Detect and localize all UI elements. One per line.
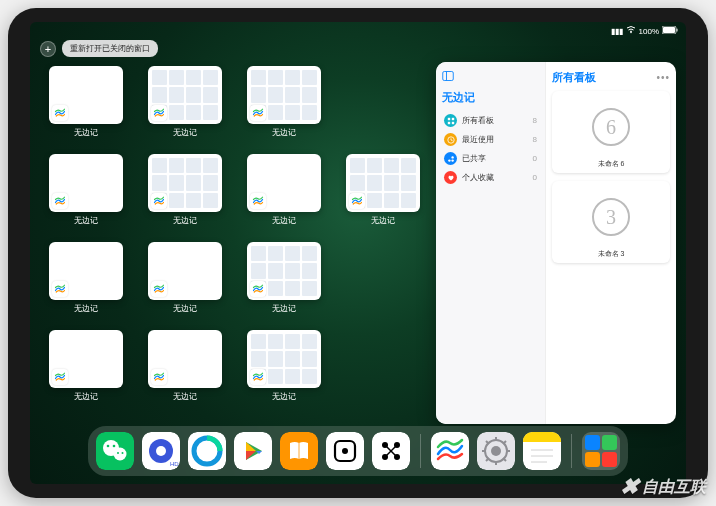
sidebar-toggle-icon[interactable]	[442, 70, 539, 82]
freeform-icon	[250, 369, 266, 385]
window-thumbnail[interactable]: 无边记	[238, 66, 329, 148]
svg-point-23	[117, 452, 119, 454]
window-thumbnail-label: 无边记	[74, 127, 98, 138]
sidebar-item-label: 最近使用	[462, 134, 494, 145]
freeform-icon	[151, 281, 167, 297]
window-thumbnail[interactable]: 无边记	[238, 330, 329, 412]
battery-icon	[662, 26, 678, 36]
add-window-button[interactable]: +	[40, 41, 56, 57]
sidebar-item-count: 0	[533, 173, 537, 182]
dock-app-quark[interactable]: HD	[142, 432, 180, 470]
board-preview: 6	[562, 97, 661, 157]
svg-rect-9	[451, 121, 453, 123]
window-thumbnail[interactable]: 无边记	[139, 66, 230, 148]
svg-point-24	[122, 452, 124, 454]
screen: ▮▮▮ 100% + 重新打开已关闭的窗口 无边记无边记无边记无边记无边记无边记…	[30, 22, 686, 484]
board-card[interactable]: 3未命名 3	[552, 181, 670, 263]
svg-point-0	[630, 32, 632, 34]
window-thumbnail[interactable]: 无边记	[139, 154, 230, 236]
window-thumbnail-preview	[247, 66, 321, 124]
freeform-icon	[151, 105, 167, 121]
top-controls: + 重新打开已关闭的窗口	[40, 40, 158, 57]
freeform-icon	[250, 193, 266, 209]
svg-text:3: 3	[606, 206, 616, 228]
window-thumbnail-label: 无边记	[371, 215, 395, 226]
freeform-sidebar: 无边记 所有看板8最近使用8已共享0个人收藏0	[436, 62, 546, 424]
window-thumbnail-preview	[247, 330, 321, 388]
dock-app-notes[interactable]	[523, 432, 561, 470]
status-bar: ▮▮▮ 100%	[30, 22, 686, 38]
svg-text:HD: HD	[170, 461, 179, 467]
board-preview: 3	[562, 187, 661, 247]
window-thumbnail[interactable]: 无边记	[40, 330, 131, 412]
grid-icon	[444, 114, 457, 127]
reopen-closed-window-button[interactable]: 重新打开已关闭的窗口	[62, 40, 158, 57]
freeform-boards-panel: 所有看板 ••• 6未命名 63未命名 3	[546, 62, 676, 424]
dock-separator	[420, 434, 421, 468]
board-name: 未命名 6	[598, 159, 625, 169]
window-thumbnail[interactable]: 无边记	[238, 154, 329, 236]
window-thumbnail[interactable]: 无边记	[40, 154, 131, 236]
board-card[interactable]: 6未命名 6	[552, 91, 670, 173]
window-thumbnail-label: 无边记	[173, 391, 197, 402]
svg-point-22	[113, 445, 116, 448]
dock-app-freeform[interactable]	[431, 432, 469, 470]
sidebar-item-share[interactable]: 已共享0	[442, 149, 539, 168]
dock-app-settings[interactable]	[477, 432, 515, 470]
svg-point-21	[107, 445, 110, 448]
window-thumbnail[interactable]: 无边记	[139, 242, 230, 324]
sidebar-item-grid[interactable]: 所有看板8	[442, 111, 539, 130]
window-thumbnail-preview	[148, 330, 222, 388]
window-thumbnail-preview	[49, 154, 123, 212]
content-area: 无边记无边记无边记无边记无边记无边记无边记无边记无边记无边记无边记无边记无边记 …	[40, 62, 676, 424]
window-thumbnail-label: 无边记	[272, 215, 296, 226]
window-thumbnail-preview	[148, 242, 222, 300]
window-thumbnail[interactable]: 无边记	[40, 66, 131, 148]
window-thumbnail[interactable]: 无边记	[40, 242, 131, 324]
window-thumbnail-label: 无边记	[272, 303, 296, 314]
dock-separator	[571, 434, 572, 468]
dock-app-dice[interactable]	[326, 432, 364, 470]
freeform-icon	[52, 281, 68, 297]
board-name: 未命名 3	[598, 249, 625, 259]
freeform-icon	[151, 193, 167, 209]
more-icon[interactable]: •••	[656, 72, 670, 83]
sidebar-item-count: 0	[533, 154, 537, 163]
dock: HD	[88, 426, 628, 476]
window-thumbnail-label: 无边记	[173, 127, 197, 138]
dock-app-qqbrowser[interactable]	[188, 432, 226, 470]
svg-point-12	[451, 156, 453, 158]
window-thumbnail-preview	[148, 154, 222, 212]
dock-app-books[interactable]	[280, 432, 318, 470]
window-thumbnail[interactable]: 无边记	[139, 330, 230, 412]
window-thumbnail-label: 无边记	[272, 391, 296, 402]
window-thumbnail[interactable]: 无边记	[238, 242, 329, 324]
sidebar-item-count: 8	[533, 135, 537, 144]
window-thumbnail-preview	[49, 242, 123, 300]
sidebar-title: 无边记	[442, 90, 539, 105]
dock-app-library[interactable]	[582, 432, 620, 470]
svg-rect-57	[523, 432, 561, 442]
freeform-icon	[52, 193, 68, 209]
freeform-app-preview[interactable]: 无边记 所有看板8最近使用8已共享0个人收藏0 所有看板 ••• 6未命名 63…	[436, 62, 676, 424]
svg-rect-7	[451, 117, 453, 119]
sidebar-item-heart[interactable]: 个人收藏0	[442, 168, 539, 187]
window-thumbnail-preview	[247, 242, 321, 300]
app-expose-grid: 无边记无边记无边记无边记无边记无边记无边记无边记无边记无边记无边记无边记无边记	[40, 62, 428, 424]
battery-text: 100%	[639, 27, 659, 36]
window-thumbnail-preview	[247, 154, 321, 212]
freeform-icon	[250, 105, 266, 121]
sidebar-item-label: 个人收藏	[462, 172, 494, 183]
window-thumbnail-label: 无边记	[74, 215, 98, 226]
freeform-icon	[151, 369, 167, 385]
status-right: ▮▮▮ 100%	[611, 26, 678, 36]
window-thumbnail[interactable]: 无边记	[337, 154, 428, 236]
dock-app-wechat[interactable]	[96, 432, 134, 470]
dock-app-play[interactable]	[234, 432, 272, 470]
window-thumbnail-preview	[49, 66, 123, 124]
svg-point-36	[342, 448, 348, 454]
clock-icon	[444, 133, 457, 146]
sidebar-item-clock[interactable]: 最近使用8	[442, 130, 539, 149]
freeform-icon	[52, 105, 68, 121]
dock-app-grid-app[interactable]	[372, 432, 410, 470]
